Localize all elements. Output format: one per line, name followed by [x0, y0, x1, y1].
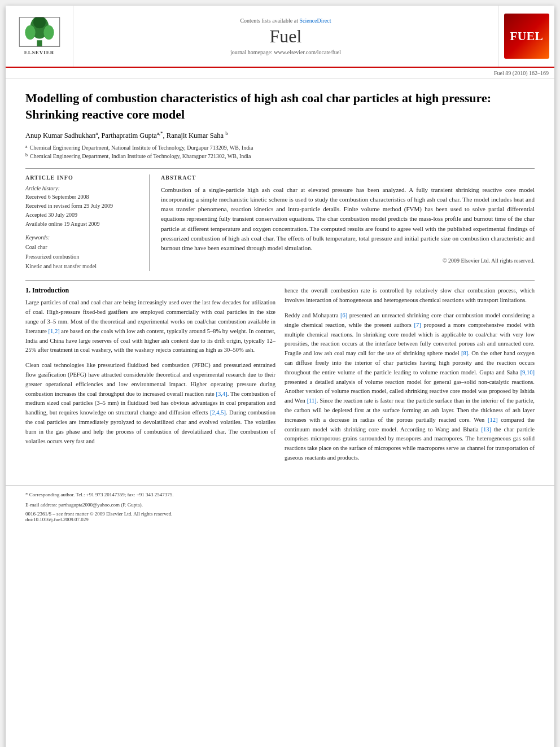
- received-date: Received 6 September 2008: [25, 193, 140, 202]
- sciencedirect-line: Contents lists available at ScienceDirec…: [240, 18, 331, 24]
- article-dates: Received 6 September 2008 Received in re…: [25, 193, 140, 229]
- elsevier-logo: ELSEVIER: [6, 6, 73, 67]
- citation-bar: Fuel 89 (2010) 162–169: [6, 68, 554, 79]
- fuel-logo-box: FUEL: [498, 6, 554, 67]
- sciencedirect-link[interactable]: ScienceDirect: [299, 18, 331, 24]
- svg-point-2: [25, 25, 35, 40]
- keywords-list: Coal char Pressurized combustion Kinetic…: [25, 242, 140, 271]
- article-history-label: Article history:: [25, 185, 140, 191]
- article-page: ELSEVIER Contents lists available at Sci…: [6, 6, 554, 747]
- keyword-2: Pressurized combustion: [25, 252, 140, 261]
- right-para-2: Reddy and Mohapatra [6] presented an unr…: [285, 311, 535, 463]
- elsevier-label: ELSEVIER: [24, 50, 55, 55]
- online-date: Available online 19 August 2009: [25, 220, 140, 229]
- col-left: 1. Introduction Large particles of coal …: [25, 286, 275, 468]
- article-body: Modelling of combustion characteristics …: [6, 79, 554, 480]
- divider-2: [25, 280, 535, 281]
- svg-point-3: [43, 25, 54, 40]
- svg-rect-0: [37, 40, 42, 46]
- article-title: Modelling of combustion characteristics …: [25, 90, 535, 123]
- article-info: ARTICLE INFO Article history: Received 6…: [25, 174, 150, 271]
- accepted-date: Accepted 30 July 2009: [25, 211, 140, 220]
- elsevier-tree-icon: [17, 17, 62, 48]
- intro-para-2: Clean coal technologies like pressurized…: [25, 361, 275, 446]
- keywords-label: Keywords:: [25, 234, 140, 241]
- info-abstract-section: ARTICLE INFO Article history: Received 6…: [25, 174, 535, 271]
- body-two-col: 1. Introduction Large particles of coal …: [25, 286, 535, 468]
- divider-1: [25, 168, 535, 169]
- page-footer: * Corresponding author. Tel.: +91 973 20…: [6, 486, 554, 527]
- affiliation-2: b Chemical Engineering Department, India…: [25, 152, 535, 160]
- journal-center: Contents lists available at ScienceDirec…: [73, 6, 498, 67]
- col-right: hence the overall combustion rate is con…: [285, 286, 535, 468]
- intro-para-1: Large particles of coal and coal char ar…: [25, 298, 275, 355]
- intro-heading: 1. Introduction: [25, 286, 275, 295]
- authors-line: Anup Kumar Sadhukhana, Parthapratim Gupt…: [25, 130, 535, 140]
- revised-date: Received in revised form 29 July 2009: [25, 202, 140, 211]
- fuel-logo-image: FUEL: [504, 14, 549, 59]
- footnote-corresponding: * Corresponding author. Tel.: +91 973 20…: [25, 491, 535, 499]
- keyword-3: Kinetic and heat transfer model: [25, 261, 140, 271]
- affiliation-1: a Chemical Engineering Department, Natio…: [25, 143, 535, 152]
- affiliations: a Chemical Engineering Department, Natio…: [25, 143, 535, 160]
- journal-title: Fuel: [270, 26, 302, 47]
- article-info-title: ARTICLE INFO: [25, 174, 140, 181]
- abstract-text: Combustion of a single-particle high ash…: [161, 185, 535, 252]
- journal-homepage: journal homepage: www.elsevier.com/locat…: [230, 49, 341, 55]
- right-para-1: hence the overall combustion rate is con…: [285, 286, 535, 305]
- copyright-line: © 2009 Elsevier Ltd. All rights reserved…: [161, 257, 535, 264]
- abstract-title: ABSTRACT: [161, 174, 535, 181]
- footnote-email: E-mail address: parthagupta2000@yahoo.co…: [25, 501, 535, 509]
- journal-header: ELSEVIER Contents lists available at Sci…: [6, 6, 554, 68]
- keyword-1: Coal char: [25, 242, 140, 252]
- abstract-section: ABSTRACT Combustion of a single-particle…: [161, 174, 535, 271]
- footer-issn: 0016-2361/$ – see front matter © 2009 El…: [25, 511, 535, 522]
